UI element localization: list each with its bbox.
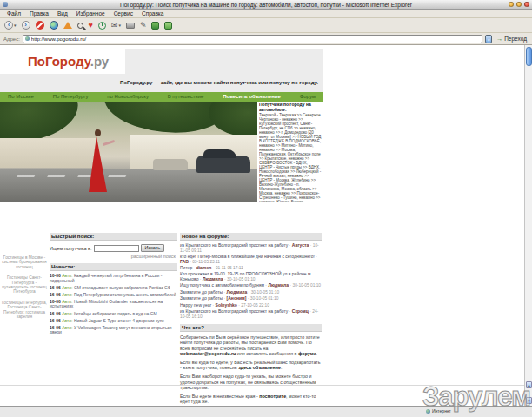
scrollbar-thumb[interactable] [526,47,532,66]
about-paragraph-4: Если Вы едете в неизвестные края - посмо… [180,394,322,404]
menu-bar: Файл Правка Вид Избранное Сервис Справка [0,10,532,18]
messenger-button[interactable] [164,22,172,30]
print-button[interactable] [126,23,135,29]
forum-thread[interactable]: кто едет Питер-Москва в ближайшие дни на… [180,255,322,264]
search-button[interactable] [77,23,83,29]
menu-edit[interactable]: Правка [25,10,53,18]
news-item[interactable]: 16-06 Авто: Под Петербургом столкнулись … [50,293,177,298]
advanced-search-link[interactable]: расширенный поиск [50,254,176,259]
logo-main-text: ПоГороду [28,54,90,69]
address-input[interactable] [31,36,480,43]
about-title: Что это? [180,324,322,332]
hero-photo [0,102,257,202]
forum-thread[interactable]: Захватите до работы · [Аноним] · 30-10-0… [180,296,322,301]
forum-thread[interactable]: из Крылатского на Волгоградский проспект… [180,309,322,319]
go-label: Переход [504,36,527,42]
mail-dropdown-icon[interactable]: ▾ [118,23,121,28]
favorites-button[interactable]: ♥ [89,22,93,30]
title-bar[interactable]: ПоГороду.ру: Поиск попутчика на машине п… [0,0,532,10]
close-button[interactable] [524,2,529,7]
maximize-button[interactable] [516,2,522,7]
menu-file[interactable]: Файл [3,10,25,18]
menu-view[interactable]: Вид [53,10,72,18]
address-combo-icon[interactable]: ▾ [485,35,492,43]
logo-suffix-text: .ру [90,54,109,69]
back-icon: ‹ [4,21,13,30]
discuss-button[interactable] [151,22,159,30]
edit-button[interactable]: ✎ [140,22,147,30]
mail-button[interactable]: ✉ ▾ [111,22,121,30]
news-item[interactable]: 16-06 Авто: Новый Mitsubishi Outlander «… [50,300,177,309]
hotels-sidebar: Гостиницы в Москве - система бронировани… [0,255,49,325]
back-button[interactable]: ‹ ▾ [4,21,17,30]
forum-thread[interactable]: Ищу попутчика с автомобилем по будням · … [180,283,322,288]
window-title: ПоГороду.ру: Поиск попутчика на машине п… [0,0,532,10]
quick-search-title: Быстрый поиск: [50,233,177,241]
nav-item-travel[interactable]: В путешествие [168,92,204,102]
forum-link[interactable]: форуме [298,351,316,356]
site-logo[interactable]: ПоГороду.ру [28,54,109,69]
about-paragraph-3: Если Вам наоборот надо куда-то уехать, в… [180,374,322,390]
forum-thread[interactable]: Кто проезжает в 19-00..19-15 по ПРОФСОЮЗ… [180,272,322,281]
main-nav: По Москве По Петербургу по Новосибирску … [0,92,323,102]
forum-thread[interactable]: Захватите до работы · Людмила · 30-10-05… [180,290,322,295]
hotel-link-spb-guide[interactable]: Гостиницы Санкт-Петербурга - путеводител… [0,275,49,295]
post-ad-link[interactable]: здесь объявление [238,365,281,370]
stop-button[interactable] [36,21,44,30]
menu-favorites[interactable]: Избранное [72,10,110,18]
history-clock-icon [98,22,106,30]
favorites-heart-icon: ♥ [89,22,93,30]
nav-item-moscow[interactable]: По Москве [8,92,34,102]
address-input-wrap [23,35,482,43]
news-item[interactable]: 16-06 Авто: Китайцы собираются подать в … [50,312,177,317]
forward-button[interactable]: › [22,21,30,30]
forum-thread[interactable]: Питер · diamon · 01-11-05 17:11 [180,266,322,271]
minimize-button[interactable] [509,2,514,7]
refresh-button[interactable] [50,21,58,30]
webmaster-email-link[interactable]: webmaster@pogorodu.ru [180,351,236,356]
menu-tools[interactable]: Сервис [110,10,137,18]
home-button[interactable] [63,22,72,29]
address-label: Адрес: [3,36,20,42]
toolbar: ‹ ▾ › ♥ ✉ ▾ ✎ [0,18,532,33]
search-input[interactable] [94,245,139,252]
back-dropdown-icon[interactable]: ▾ [14,23,17,28]
news-title: Новости: [50,263,177,271]
za-rulem-watermark: Зарулем [422,383,530,410]
forum-thread[interactable]: из Крылатского на Волгоградский проспект… [180,243,322,253]
history-button[interactable] [98,22,106,30]
messenger-icon [164,22,172,30]
vertical-scrollbar[interactable]: ▲ ▼ [524,45,532,406]
go-button[interactable]: → Переход [495,36,529,42]
search-row: Ищем попутчика в: Искать [50,244,177,252]
look-link[interactable]: посмотрите [259,394,286,399]
nav-item-novosibirsk[interactable]: по Новосибирску [107,92,149,102]
hotel-link-spb-karelia[interactable]: Гостиницы Петербурга, Гостиница Санкт-Пе… [0,301,49,320]
forward-icon: › [22,21,30,30]
news-item[interactable]: 16-06 Авто: Новый Jaguar S-Type станет 4… [50,319,177,324]
address-bar: Адрес: ▾ → Переход [0,33,532,45]
carpool-routes-list[interactable]: Тверской - Тверская >> Северное Чертанов… [259,113,322,202]
print-icon [126,23,135,29]
menu-help[interactable]: Справка [137,10,169,18]
edit-pencil-icon: ✎ [140,22,147,30]
forum-thread[interactable]: Happy new year · Solnyshko · 27-10-05 22… [180,303,322,308]
news-item[interactable]: 16-06 Авто: Каждый четвертый литр бензин… [50,274,177,283]
carpool-routes-panel: Попутчики по городу на автомобиле: Тверс… [259,102,322,202]
search-submit-button[interactable]: Искать [141,244,165,252]
site-header: ПоГороду.ру ПоГороду.ру — сайт, где вы м… [0,49,323,92]
forum-column: Новое на форуме: из Крылатского на Волго… [180,233,322,407]
parked-car [153,159,188,170]
quick-search-column: Быстрый поиск: Ищем попутчика в: Искать … [50,233,177,337]
stop-icon [36,21,44,30]
crosswalk-stripe [47,175,66,177]
hotel-link-moscow[interactable]: Гостиницы в Москве - система бронировани… [0,255,49,269]
nav-item-forum[interactable]: Форум [300,92,316,102]
news-item[interactable]: 16-06 Авто: GM откладывает выпуск кабрио… [50,286,177,291]
nav-item-post-ad[interactable]: Повесить объявление [223,92,281,102]
news-item[interactable]: 16-06 Авто: У Volkswagen Touareg могут в… [50,326,177,335]
nav-item-petersburg[interactable]: По Петербургу [53,92,89,102]
carpool-heading: Попутчики по городу на автомобиле: [259,102,322,112]
about-paragraph-1: Собираетесь ли Вы в серьёзное путешестви… [180,334,322,356]
crosswalk-stripe [17,175,36,177]
